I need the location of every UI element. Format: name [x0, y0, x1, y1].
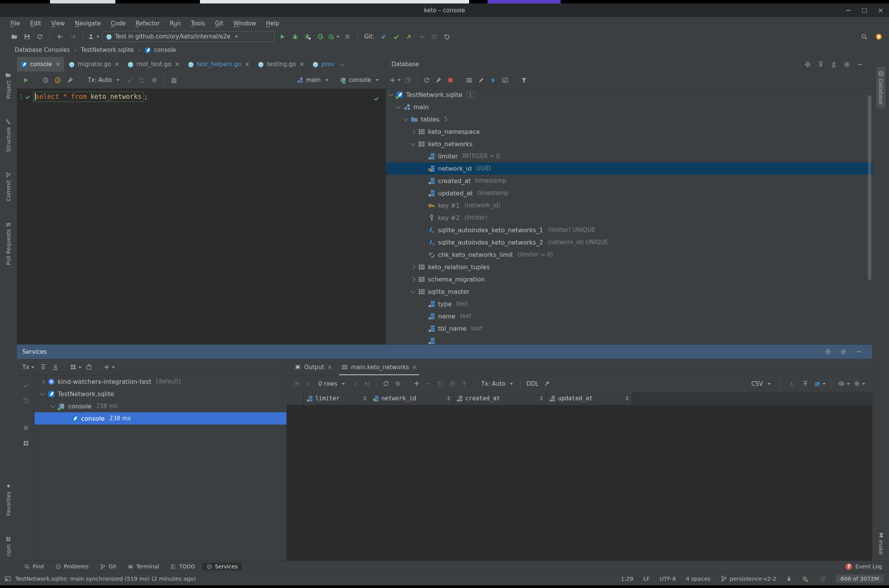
tree-row-tables[interactable]: tables5 — [386, 113, 872, 125]
tree-row-key #1[interactable]: key #1(network_id) — [386, 199, 872, 212]
inspections-ok-icon[interactable] — [373, 95, 380, 102]
menu-tools[interactable]: Tools — [186, 17, 210, 30]
sync-icon[interactable] — [35, 32, 45, 42]
restore-layout-button[interactable] — [169, 75, 179, 85]
stripe-button-project[interactable]: Project — [4, 68, 13, 103]
console-settings-button[interactable] — [65, 75, 75, 85]
tree-row-sqlite_master[interactable]: sqlite_master — [386, 285, 872, 298]
tree-row-network_id[interactable]: network_idUUID — [386, 162, 872, 175]
menu-git[interactable]: Git — [210, 17, 228, 30]
commit-button[interactable] — [21, 380, 31, 390]
tx-mode-select[interactable]: Tx: Auto — [478, 379, 516, 389]
rollback-button[interactable] — [21, 395, 31, 405]
expand-all-button[interactable] — [38, 362, 48, 372]
minimize-button[interactable] — [845, 7, 851, 13]
sort-icon[interactable] — [540, 396, 543, 401]
services-panel-header[interactable]: Services — [17, 345, 872, 359]
git-commit-button[interactable] — [391, 32, 401, 42]
tree-row-key #2[interactable]: key #2(limiter) — [386, 212, 872, 224]
locate-button[interactable] — [823, 347, 833, 357]
revert-changes-button[interactable] — [435, 379, 445, 389]
commit-button[interactable] — [125, 75, 135, 85]
breadcrumb-item[interactable]: console — [145, 47, 176, 53]
close-tab-icon[interactable]: × — [55, 61, 60, 68]
query-history-button[interactable] — [40, 75, 50, 85]
editor-tab-testing.go[interactable]: testing.go× — [254, 57, 308, 72]
reload-page-button[interactable] — [381, 379, 391, 389]
column-header-limiter[interactable]: limiter — [304, 392, 370, 405]
breadcrumb-item[interactable]: Database Consoles — [15, 47, 70, 53]
filter-button[interactable] — [519, 75, 529, 85]
open-icon[interactable] — [9, 32, 19, 42]
line-separator[interactable]: LF — [643, 576, 649, 582]
file-encoding[interactable]: UTF-8 — [659, 576, 676, 582]
tree-expander-icon[interactable] — [410, 288, 415, 293]
results-tab-main.keto_networks[interactable]: main.keto_networks× — [337, 359, 422, 375]
force-refresh-icon[interactable] — [488, 75, 498, 85]
hidden-tabs-dropdown[interactable] — [338, 57, 346, 72]
caret-position[interactable]: 1:29 — [621, 576, 633, 582]
submit-button[interactable] — [447, 379, 457, 389]
view-data-button[interactable] — [464, 75, 474, 85]
results-tab-Output[interactable]: Output× — [290, 359, 337, 375]
close-button[interactable]: × — [877, 7, 884, 13]
column-header-created_at[interactable]: created_at — [454, 392, 546, 405]
indent-style[interactable]: 4 spaces — [686, 576, 711, 582]
disconnect-button[interactable] — [445, 75, 455, 85]
stripe-button-pull-requests[interactable]: Pull Requests — [4, 217, 13, 269]
menu-run[interactable]: Run — [165, 17, 186, 30]
profiler-button[interactable] — [315, 32, 325, 42]
tool-window-toggle-icon[interactable] — [5, 576, 11, 582]
grid-settings-button[interactable] — [854, 379, 865, 389]
tx-filter-select[interactable]: Tx — [21, 364, 36, 371]
jump-to-console-button[interactable] — [500, 75, 510, 85]
tree-row-tbl_name[interactable]: tbl_nametext — [386, 322, 872, 335]
data-grid-body[interactable] — [286, 405, 872, 561]
memory-indicator[interactable]: 606 of 3072M — [836, 575, 884, 583]
git-history-icon[interactable] — [430, 32, 440, 42]
pending-p-icon[interactable] — [53, 75, 63, 85]
database-panel-header[interactable]: Database — [386, 57, 872, 72]
show-services-tree-button[interactable] — [21, 438, 31, 448]
sql-editor[interactable]: 1 select * from keto_networks; — [17, 88, 386, 344]
pin-tab-button[interactable] — [542, 379, 552, 389]
tree-row-chk_keto_networks_limit[interactable]: chk_keto_networks_limit(limiter = 0) — [386, 248, 872, 261]
tree-row-main[interactable]: main — [386, 101, 872, 113]
commit-button[interactable] — [459, 379, 469, 389]
tool-window-button-git[interactable]: Git — [96, 563, 120, 570]
tree-expander-icon[interactable] — [396, 104, 401, 109]
column-header-updated_at[interactable]: updated_at — [546, 392, 632, 405]
run-button[interactable] — [277, 32, 287, 42]
stop-button[interactable] — [393, 379, 403, 389]
tree-expander-icon[interactable] — [410, 141, 415, 146]
forward-icon[interactable] — [68, 32, 78, 42]
tree-expander-icon[interactable] — [403, 116, 408, 121]
tool-window-button-problems[interactable]: Problems — [51, 563, 93, 570]
import-button[interactable] — [786, 379, 796, 389]
readonly-lock-icon[interactable] — [786, 576, 792, 581]
tree-row-console[interactable]: console238 ms — [35, 412, 286, 425]
editor-tab-test_helpers.go[interactable]: test_helpers.go× — [184, 57, 254, 72]
stripe-button-make[interactable]: Mmake — [876, 529, 886, 558]
tree-row-schema_migration[interactable]: schema_migration — [386, 273, 872, 285]
tx-mode-select[interactable]: Tx: Auto — [85, 75, 123, 85]
git-update-button[interactable] — [379, 32, 389, 42]
stripe-button-database[interactable]: Database — [876, 67, 886, 108]
stripe-button-commit[interactable]: Commit — [4, 168, 13, 205]
run-with-profiler-button[interactable] — [328, 32, 340, 42]
services-settings-button[interactable] — [838, 347, 848, 357]
run-configuration-select[interactable]: Test in github.com/ory/keto/internal/e2e — [102, 31, 275, 42]
close-tab-icon[interactable]: × — [299, 61, 304, 68]
ddl-button[interactable]: DDL — [525, 380, 540, 387]
menu-refactor[interactable]: Refactor — [131, 17, 165, 30]
run-with-coverage-button[interactable] — [303, 32, 313, 42]
tree-row-limiter[interactable]: limiterINTEGER = 0 — [386, 150, 872, 162]
first-page-button[interactable] — [291, 379, 301, 389]
git-cherry-pick-icon[interactable] — [417, 32, 427, 42]
compare-button[interactable] — [814, 379, 826, 389]
delete-row-button[interactable] — [423, 379, 433, 389]
menu-view[interactable]: View — [46, 17, 70, 30]
tool-window-button-find[interactable]: Find — [20, 563, 48, 570]
tree-expander-icon[interactable] — [50, 403, 55, 408]
tree-row-keto_namespace[interactable]: keto_namespace — [386, 125, 872, 138]
